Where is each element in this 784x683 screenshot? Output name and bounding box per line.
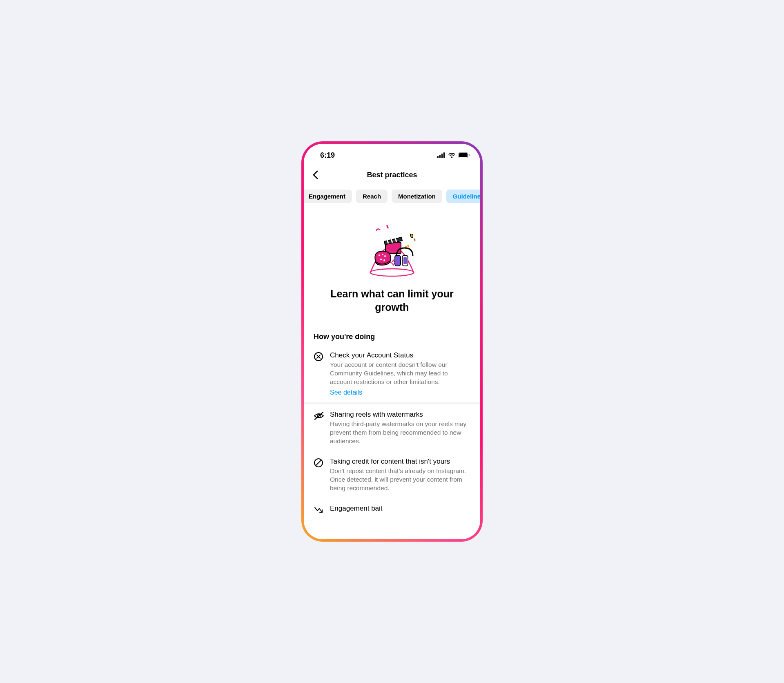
content-scroll[interactable]: Learn what can limit your growth How you…	[304, 207, 480, 539]
svg-point-14	[383, 259, 385, 261]
item-description: Having third-party watermarks on your re…	[330, 420, 470, 446]
svg-rect-15	[395, 255, 401, 266]
nav-header: Best practices	[304, 164, 480, 185]
list-item-engagement-bait[interactable]: Engagement bait	[304, 498, 480, 520]
phone-frame: 6:19 Best practice	[301, 141, 483, 542]
list-item-credit[interactable]: Taking credit for content that isn't you…	[304, 451, 480, 498]
svg-rect-6	[469, 154, 470, 156]
tab-reach[interactable]: Reach	[356, 190, 388, 203]
svg-line-22	[316, 460, 321, 466]
page-title: Best practices	[310, 171, 474, 179]
svg-rect-1	[439, 155, 441, 158]
status-icons	[437, 152, 470, 158]
list-item-body: Engagement bait	[330, 504, 470, 515]
svg-point-10	[379, 254, 380, 256]
back-button[interactable]	[310, 169, 321, 181]
tabs-row: Engagement Reach Monetization Guidelines	[304, 185, 480, 207]
svg-point-7	[370, 269, 414, 276]
list-item-body: Check your Account Status Your account o…	[330, 351, 470, 396]
list-item-account-status[interactable]: Check your Account Status Your account o…	[304, 345, 480, 402]
item-description: Don't repost content that's already on I…	[330, 467, 470, 493]
trend-down-icon	[314, 505, 323, 515]
battery-icon	[458, 152, 470, 158]
tab-monetization[interactable]: Monetization	[392, 190, 442, 203]
svg-rect-2	[441, 154, 443, 158]
item-description: Your account or content doesn't follow o…	[330, 361, 470, 386]
svg-rect-3	[443, 152, 445, 158]
hero-title: Learn what can limit your growth	[314, 287, 470, 314]
list-item-watermarks[interactable]: Sharing reels with watermarks Having thi…	[304, 404, 480, 451]
item-title: Sharing reels with watermarks	[330, 410, 470, 419]
svg-point-11	[382, 254, 383, 255]
hero: Learn what can limit your growth	[304, 207, 480, 326]
status-time: 6:19	[320, 151, 335, 160]
block-icon	[314, 458, 323, 468]
error-circle-icon	[314, 352, 323, 362]
item-title: Engagement bait	[330, 504, 470, 513]
wifi-icon	[448, 152, 456, 158]
svg-rect-17	[403, 257, 407, 264]
hero-illustration	[361, 224, 423, 277]
item-title: Check your Account Status	[330, 351, 470, 360]
tab-engagement[interactable]: Engagement	[304, 190, 352, 203]
list-item-body: Sharing reels with watermarks Having thi…	[330, 410, 470, 446]
status-bar: 6:19	[304, 144, 480, 164]
section-heading: How you're doing	[304, 326, 480, 345]
chevron-left-icon	[312, 170, 318, 179]
svg-point-12	[384, 255, 386, 257]
eye-off-icon	[314, 411, 323, 421]
svg-rect-5	[459, 153, 468, 157]
cellular-signal-icon	[437, 152, 445, 158]
tab-guidelines[interactable]: Guidelines	[446, 190, 480, 203]
svg-line-20	[315, 412, 323, 420]
svg-point-13	[380, 259, 382, 260]
list-item-body: Taking credit for content that isn't you…	[330, 457, 470, 493]
phone-screen: 6:19 Best practice	[304, 144, 480, 539]
see-details-link[interactable]: See details	[330, 389, 362, 396]
svg-rect-0	[437, 156, 439, 158]
item-title: Taking credit for content that isn't you…	[330, 457, 470, 466]
svg-point-8	[386, 225, 389, 229]
